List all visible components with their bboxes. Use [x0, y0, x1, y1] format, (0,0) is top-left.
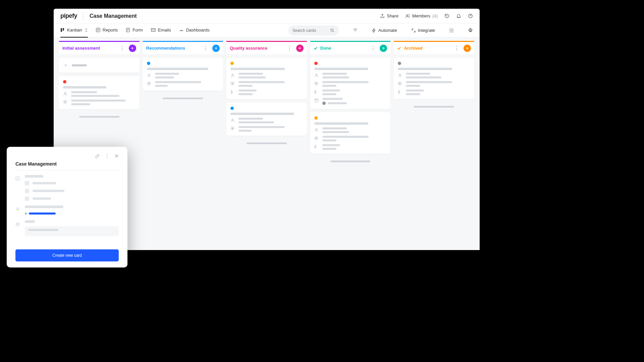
column-footer — [143, 94, 223, 102]
field-label — [25, 175, 43, 178]
apps-button[interactable] — [449, 28, 454, 33]
column-header: Done ⋮ + — [310, 41, 391, 54]
radio-icon — [398, 81, 402, 85]
tab-form[interactable]: Form — [126, 23, 143, 38]
svg-point-0 — [407, 14, 408, 16]
dollar-icon: $ — [314, 90, 319, 95]
new-card-placeholder[interactable]: ＋ — [59, 58, 140, 73]
column-recommendations: Recommendations ⋮ + — [143, 41, 223, 247]
card-title — [230, 68, 285, 70]
check-icon — [397, 46, 401, 50]
add-assignee-link[interactable]: + — [25, 212, 119, 216]
card-title — [63, 86, 106, 88]
column-menu-button[interactable]: ⋮ — [285, 44, 293, 53]
share-button[interactable]: Share — [380, 13, 398, 18]
gear-icon — [468, 28, 473, 33]
column-menu-button[interactable]: ⋮ — [202, 44, 210, 53]
radio-icon — [314, 136, 319, 140]
svg-point-16 — [452, 32, 453, 32]
column-menu-button[interactable]: ⋮ — [453, 44, 461, 53]
settings-button[interactable] — [468, 28, 473, 33]
column-header: Archived ⋮ + — [394, 41, 474, 54]
radio-icon — [230, 81, 235, 85]
mention-icon: @ — [15, 222, 20, 227]
calendar-icon — [314, 98, 319, 103]
search-input[interactable] — [292, 28, 330, 33]
column-quality-assurance: Quality assurance ⋮ + $ — [226, 41, 307, 247]
column-menu-button[interactable]: ⋮ — [369, 44, 377, 53]
kanban-card[interactable] — [143, 58, 223, 91]
history-icon — [444, 13, 449, 18]
kanban-card[interactable]: $ — [310, 58, 391, 109]
svg-point-39 — [399, 83, 400, 84]
svg-rect-2 — [61, 28, 62, 32]
column-header: Initial assessment ⋮ + — [59, 41, 140, 54]
dollar-icon: $ — [398, 90, 402, 95]
svg-rect-6 — [151, 28, 155, 32]
form-icon — [126, 28, 130, 32]
tab-reports[interactable]: Reports — [96, 23, 118, 38]
page-title: Case Management — [90, 13, 137, 19]
help-button[interactable] — [468, 13, 473, 18]
members-icon — [405, 14, 410, 18]
automate-button[interactable]: Automate — [372, 28, 397, 33]
column-name: Recommendations — [146, 46, 199, 51]
tab-bar: Kanban Reports Form Emails Dashboards Au… — [54, 23, 480, 38]
column-footer — [394, 103, 474, 111]
check-icon — [314, 46, 318, 50]
emails-icon — [151, 28, 156, 32]
integrate-button[interactable]: Integrate — [411, 28, 435, 33]
filter-icon — [353, 28, 358, 33]
close-button[interactable]: ✕ — [114, 153, 119, 159]
filter-button[interactable] — [353, 28, 358, 33]
search-box[interactable] — [288, 25, 339, 36]
svg-point-37 — [399, 74, 401, 75]
kanban-card[interactable]: $ — [226, 58, 307, 99]
user-icon — [63, 92, 68, 96]
create-card-button[interactable]: Create new card — [15, 249, 119, 261]
svg-point-29 — [232, 128, 233, 129]
add-card-button[interactable]: + — [212, 45, 220, 52]
automate-icon — [372, 28, 376, 33]
option-item[interactable] — [25, 196, 119, 201]
kanban-card[interactable] — [59, 76, 140, 109]
column-menu-button[interactable]: ⋮ — [118, 44, 126, 53]
members-button[interactable]: Members (4) — [405, 13, 438, 18]
kanban-card[interactable]: $ — [310, 112, 391, 154]
modal-menu-button[interactable]: ⋮ — [104, 153, 110, 159]
option-item[interactable] — [25, 189, 119, 193]
checkbox-icon — [15, 176, 20, 181]
column-footer — [226, 139, 307, 147]
svg-point-17 — [470, 30, 471, 31]
add-card-button[interactable]: + — [296, 45, 304, 52]
history-button[interactable] — [444, 13, 449, 18]
plus-icon: ＋ — [63, 62, 68, 69]
svg-point-10 — [452, 28, 453, 29]
card-title — [398, 68, 452, 70]
option-item[interactable] — [25, 181, 119, 185]
card-title — [147, 68, 208, 70]
integrate-icon — [411, 28, 416, 33]
radio-icon — [230, 126, 235, 130]
mention-input[interactable] — [25, 226, 119, 236]
kanban-card[interactable]: $ — [394, 58, 474, 99]
field-label — [25, 205, 63, 208]
add-card-button[interactable]: + — [380, 45, 387, 52]
column-name: Archived — [404, 46, 450, 51]
notifications-button[interactable] — [456, 13, 461, 18]
dollar-icon: $ — [314, 144, 319, 149]
status-dot — [147, 62, 150, 65]
tab-dashboards[interactable]: Dashboards — [179, 23, 210, 38]
tab-emails[interactable]: Emails — [151, 23, 171, 38]
link-icon[interactable] — [95, 153, 100, 159]
add-card-button[interactable]: + — [464, 45, 471, 52]
user-icon — [230, 73, 235, 77]
svg-point-11 — [449, 30, 450, 31]
add-card-button[interactable]: + — [129, 45, 136, 52]
create-card-modal: ⋮ ✕ Case Management + @ Create new card — [7, 147, 127, 267]
tab-kanban[interactable]: Kanban — [60, 23, 88, 38]
share-label: Share — [387, 13, 398, 18]
modal-title: Case Management — [15, 161, 119, 167]
svg-point-12 — [451, 30, 452, 31]
kanban-card[interactable] — [226, 103, 307, 136]
